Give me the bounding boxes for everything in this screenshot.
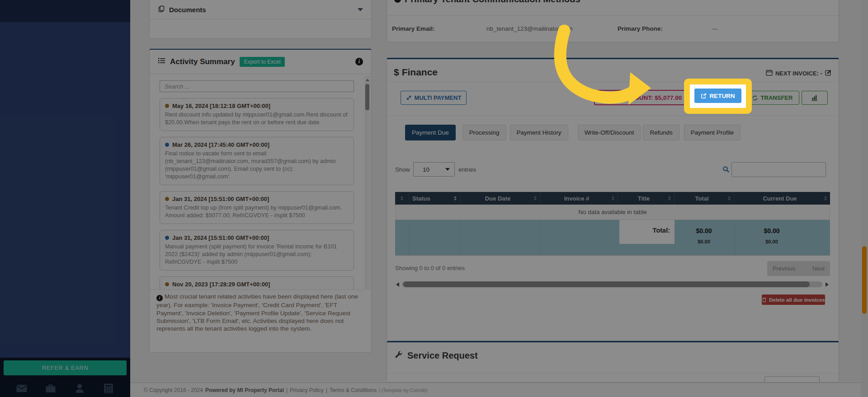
tour-arrow-annotation bbox=[515, 14, 705, 122]
dim-overlay bbox=[0, 0, 868, 397]
